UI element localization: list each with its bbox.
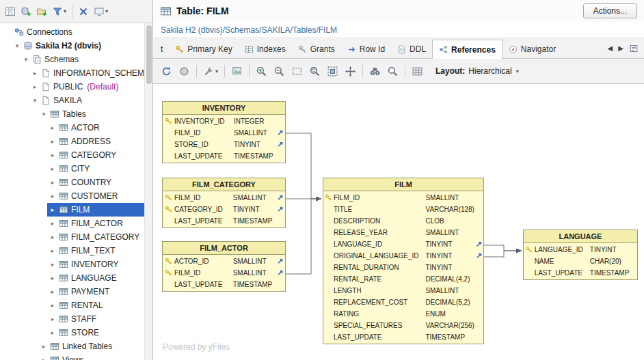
caret-right-icon[interactable]: ▸ [49, 234, 56, 240]
tree-item-row[interactable]: ▾SAKILA [29, 94, 144, 107]
tree-item-row[interactable]: ▸STAFF [47, 312, 144, 326]
tree-item-row[interactable]: ▸FILM_CATEGORY [47, 230, 144, 244]
magnifier-button[interactable] [384, 62, 401, 80]
move-mode-button[interactable] [342, 62, 359, 80]
grid-button[interactable] [409, 62, 426, 80]
caret-right-icon[interactable]: ▸ [49, 316, 56, 322]
tree-item-payment[interactable]: ▸PAYMENT [0, 285, 144, 299]
caret-right-icon[interactable]: ▸ [49, 138, 56, 145]
tree-item-row[interactable]: ▸FILM_ACTOR [47, 217, 144, 230]
tree-item-row[interactable]: Connections [3, 25, 144, 39]
zoom-in-button[interactable] [253, 62, 270, 80]
caret-right-icon[interactable]: ▸ [49, 288, 56, 295]
tree-item-customer[interactable]: ▸CUSTOMER [0, 189, 144, 203]
diagram-canvas[interactable]: Powered by yFiles INVENTORYINVENTORY_IDI… [153, 84, 644, 360]
marquee-zoom-button[interactable] [289, 62, 306, 80]
tree-item-staff[interactable]: ▸STAFF [0, 312, 144, 326]
monitor-button[interactable]: ▾ [92, 3, 110, 20]
caret-right-icon[interactable]: ▸ [49, 302, 56, 309]
tree-item-actor[interactable]: ▸ACTOR [0, 121, 144, 135]
caret-right-icon[interactable]: ▸ [49, 247, 56, 254]
tab-grants[interactable]: Grants [292, 40, 341, 58]
tab-navigator[interactable]: Navigator [502, 40, 562, 58]
caret-right-icon[interactable]: ▸ [49, 165, 56, 172]
foreign-key-arrow-icon[interactable]: ↗ [275, 139, 285, 150]
tree-item-store[interactable]: ▸STORE [0, 326, 144, 340]
caret-right-icon[interactable]: ▸ [49, 329, 56, 336]
caret-right-icon[interactable]: ▸ [31, 70, 38, 77]
layout-dropdown[interactable]: Layout: Hierarchical ▾ [431, 64, 523, 78]
caret-right-icon[interactable]: ▸ [49, 179, 56, 186]
refresh-button[interactable] [158, 62, 175, 80]
tree-item-row[interactable]: ▸COUNTRY [47, 176, 144, 189]
tree-item-film-text[interactable]: ▸FILM_TEXT [0, 244, 144, 258]
caret-right-icon[interactable]: ▸ [31, 83, 38, 90]
tab-scroll-left-button[interactable]: ◀ [608, 44, 613, 52]
foreign-key-arrow-icon[interactable]: ↗ [275, 192, 285, 204]
tab-list-icon[interactable] [629, 44, 639, 53]
tree-item-row[interactable]: ▸PUBLIC(Default) [29, 80, 144, 94]
tree-item-row[interactable]: ▸PAYMENT [47, 285, 144, 299]
export-image-button[interactable] [228, 62, 245, 80]
foreign-key-arrow-icon[interactable]: ↗ [275, 267, 285, 279]
relationship-edge-inventory-to-film[interactable] [286, 133, 321, 199]
tree-item-views[interactable]: ▸Views [0, 353, 144, 360]
entity-inventory[interactable]: INVENTORYINVENTORY_IDINTEGERFILM_IDSMALL… [162, 101, 286, 163]
tree-item-tables[interactable]: ▾Tables [0, 107, 144, 121]
foreign-key-arrow-icon[interactable]: ↗ [474, 250, 483, 262]
tree-item-row[interactable]: ▸INVENTORY [47, 258, 144, 271]
create-folder-button[interactable] [34, 3, 49, 20]
tree-item-row[interactable]: ▸FILM [47, 203, 144, 217]
tree-item-category[interactable]: ▸CATEGORY [0, 148, 144, 162]
tab-references[interactable]: References [432, 40, 502, 59]
tab-ddl[interactable]: DDL [391, 40, 432, 58]
caret-right-icon[interactable]: ▸ [49, 193, 56, 199]
caret-right-icon[interactable]: ▸ [49, 275, 56, 281]
tree-item-film[interactable]: ▸FILM [0, 203, 144, 217]
tree-item-inventory[interactable]: ▸INVENTORY [0, 258, 144, 271]
binoculars-button[interactable] [366, 62, 384, 80]
caret-right-icon[interactable]: ▸ [49, 124, 56, 131]
tree-item-address[interactable]: ▸ADDRESS [0, 135, 144, 148]
tree-item-row[interactable]: ▸CATEGORY [47, 148, 144, 162]
tab-row-id[interactable]: Row Id [341, 40, 391, 58]
tab-primary-key[interactable]: Primary Key [169, 40, 238, 58]
tree-item-row[interactable]: ▸LANGUAGE [47, 271, 144, 285]
entity-language[interactable]: LANGUAGELANGUAGE_IDTINYINTNAMECHAR(20)LA… [523, 230, 638, 280]
foreign-key-arrow-icon[interactable]: ↗ [275, 255, 285, 267]
entity-film-category[interactable]: FILM_CATEGORYFILM_IDSMALLINT↗CATEGORY_ID… [162, 178, 286, 228]
tree-item-row[interactable]: ▾Schemas [21, 53, 144, 66]
tree-item-row[interactable]: ▸CITY [47, 162, 144, 176]
foreign-key-arrow-icon[interactable]: ↗ [474, 238, 483, 250]
relationship-edge-film-to-language[interactable] [484, 251, 522, 257]
entity-film-actor[interactable]: FILM_ACTORACTOR_IDSMALLINT↗FILM_IDSMALLI… [162, 241, 286, 292]
tree-item-film-actor[interactable]: ▸FILM_ACTOR [0, 217, 144, 230]
tree-item-country[interactable]: ▸COUNTRY [0, 176, 144, 189]
collapse-all-button[interactable] [76, 3, 91, 20]
caret-right-icon[interactable]: ▸ [49, 206, 56, 213]
tree-item-sakila[interactable]: ▾SAKILA [0, 94, 144, 107]
caret-down-icon[interactable]: ▾ [40, 111, 47, 117]
entity-film[interactable]: FILMFILM_IDSMALLINTTITLEVARCHAR(128)DESC… [323, 178, 484, 344]
tree-item-row[interactable]: ▸CUSTOMER [47, 189, 144, 203]
caret-right-icon[interactable]: ▸ [49, 220, 56, 227]
board-button[interactable] [3, 3, 18, 20]
scrollbar-thumb[interactable] [146, 25, 152, 84]
tree-item-film-category[interactable]: ▸FILM_CATEGORY [0, 230, 144, 244]
tree-item-row[interactable]: ▸RENTAL [47, 299, 144, 312]
tab-t[interactable]: t [155, 40, 169, 58]
foreign-key-arrow-icon[interactable]: ↗ [275, 127, 285, 139]
caret-down-icon[interactable]: ▾ [23, 56, 29, 63]
caret-right-icon[interactable]: ▸ [40, 357, 47, 360]
tree-item-row[interactable]: ▸Linked Tables [38, 340, 144, 353]
tree-item-row[interactable]: ▸FILM_TEXT [47, 244, 144, 258]
actions-button[interactable]: Actions... [583, 3, 637, 18]
relationship-edge-film-actor-to-film[interactable] [286, 199, 321, 274]
tree-item-row[interactable]: ▸ACTOR [47, 121, 144, 135]
tree-item-row[interactable]: ▸ADDRESS [47, 135, 144, 148]
fit-content-button[interactable] [324, 62, 341, 80]
tab-indexes[interactable]: Indexes [239, 40, 292, 58]
breadcrumb-path[interactable]: Sakila H2 (dbvis)/Schemas/SAKILA/Tables/… [161, 25, 337, 35]
tree-item-rental[interactable]: ▸RENTAL [0, 299, 144, 312]
caret-right-icon[interactable]: ▸ [40, 343, 47, 350]
